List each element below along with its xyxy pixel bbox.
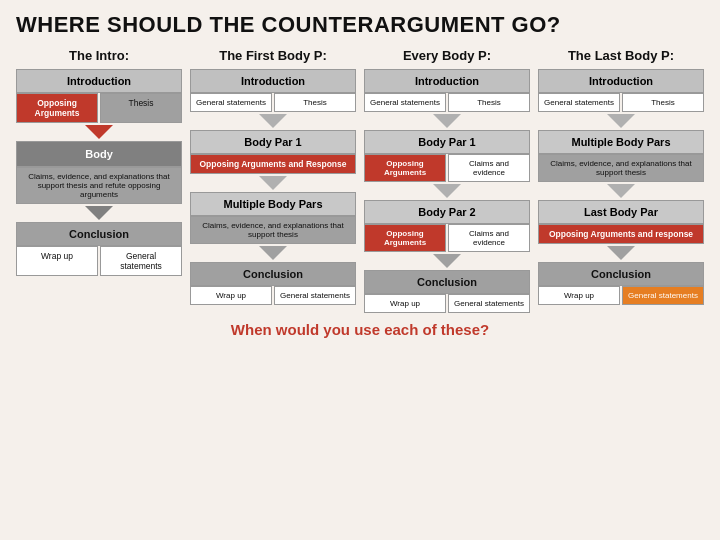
arrow-7 [433,184,461,198]
every-body-sub-row: General statements Thesis [364,93,530,112]
gen-stmt-3: General statements [364,93,446,112]
opp-args-4: Opposing Arguments [364,224,446,252]
col-intro-header: The Intro: [69,48,129,63]
arrow-3 [259,114,287,128]
body-detail: Claims, evidence, and explanations that … [16,167,182,204]
intro-box-4: Introduction [538,69,704,93]
footer-text: When would you use each of these? [16,321,704,338]
body-par-1-box-2: Body Par 1 [364,130,530,154]
arrow-6 [433,114,461,128]
conclusion-sub-1: Wrap up General statements [16,246,182,276]
conclusion-sub-4: Wrap up General statements [538,286,704,305]
last-body-par-box: Last Body Par [538,200,704,224]
arrow-8 [433,254,461,268]
conclusion-sub-3: Wrap up General statements [364,294,530,313]
general-stmt-2: General statements [274,286,356,305]
thesis-box-2: Thesis [274,93,356,112]
arrow-2 [85,206,113,220]
body-par-2-box: Body Par 2 [364,200,530,224]
multiple-body-pars-2: Multiple Body Pars [190,192,356,216]
multiple-body-pars-4: Multiple Body Pars [538,130,704,154]
conclusion-box-1: Conclusion [16,222,182,246]
conclusion-sub-2: Wrap up General statements [190,286,356,305]
main-content: The Intro: Introduction Opposing Argumen… [16,48,704,313]
thesis-box-4: Thesis [622,93,704,112]
thesis-box-3: Thesis [448,93,530,112]
conclusion-box-2: Conclusion [190,262,356,286]
opposing-args-box: Opposing Arguments [16,93,98,123]
wrap-up-3: Wrap up [364,294,446,313]
arrow-9 [607,114,635,128]
opp-args-response: Opposing Arguments and Response [190,154,356,174]
first-body-sub-row: General statements Thesis [190,93,356,112]
claims-ev-2: Claims and evidence [448,224,530,252]
col-last-body-header: The Last Body P: [568,48,674,63]
gen-stmt-2: General statements [190,93,272,112]
last-body-sub-row: General statements Thesis [538,93,704,112]
wrap-up-1: Wrap up [16,246,98,276]
col-first-body: The First Body P: Introduction General s… [190,48,356,305]
body-detail-4: Claims, evidence, and explanations that … [538,154,704,182]
general-stmt-4: General statements [622,286,704,305]
intro-sub-row: Opposing Arguments Thesis [16,93,182,123]
col-last-body: The Last Body P: Introduction General st… [538,48,704,305]
arrow-4 [259,176,287,190]
general-stmt-1: General statements [100,246,182,276]
body-detail-2: Claims, evidence, and explanations that … [190,216,356,244]
gen-stmt-4: General statements [538,93,620,112]
arrow-1 [85,125,113,139]
intro-box-1: Introduction [16,69,182,93]
opp-args-3: Opposing Arguments [364,154,446,182]
body-par-1-box: Body Par 1 [190,130,356,154]
conclusion-box-4: Conclusion [538,262,704,286]
arrow-5 [259,246,287,260]
body-box: Body [16,141,182,167]
intro-box-3: Introduction [364,69,530,93]
page-title: Where Should the Counterargument Go? [16,12,704,38]
wrap-up-4: Wrap up [538,286,620,305]
col-intro: The Intro: Introduction Opposing Argumen… [16,48,182,276]
wrap-up-2: Wrap up [190,286,272,305]
col-every-body-header: Every Body P: [403,48,491,63]
conclusion-box-3: Conclusion [364,270,530,294]
every-body-sub3: Opposing Arguments Claims and evidence [364,224,530,252]
intro-box-2: Introduction [190,69,356,93]
opp-args-response-4: Opposing Arguments and response [538,224,704,244]
arrow-10 [607,184,635,198]
col-first-body-header: The First Body P: [219,48,327,63]
thesis-box-1: Thesis [100,93,182,123]
general-stmt-3: General statements [448,294,530,313]
col-every-body: Every Body P: Introduction General state… [364,48,530,313]
claims-ev-1: Claims and evidence [448,154,530,182]
arrow-11 [607,246,635,260]
every-body-sub2: Opposing Arguments Claims and evidence [364,154,530,182]
